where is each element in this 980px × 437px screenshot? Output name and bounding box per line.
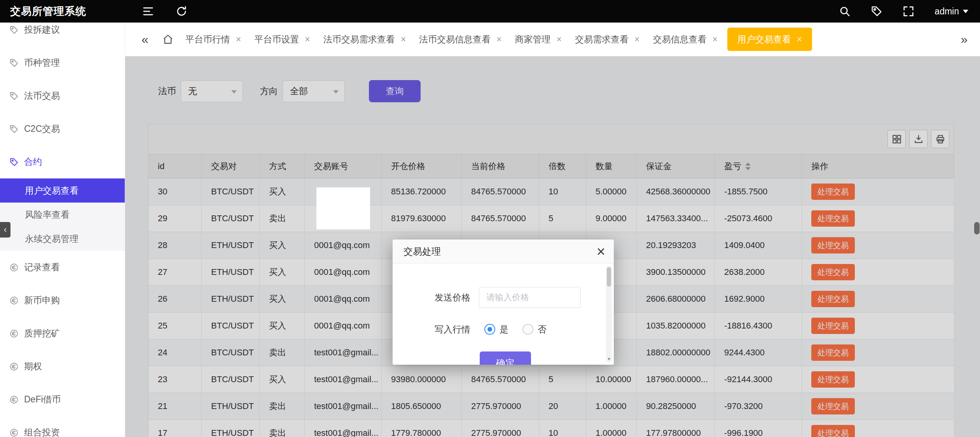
chevron-down-icon: [963, 10, 968, 16]
modal-title: 交易处理: [404, 245, 441, 258]
sidebar-collapse-handle[interactable]: ‹: [0, 222, 10, 238]
tag-icon: [9, 58, 19, 68]
tab-item[interactable]: 法币交易信息查看 ×: [412, 28, 508, 51]
sidebar-nav: 投拆建议 币种管理 法币交易 C2C交易 合约 用户交易查看风险率查看永续交易管…: [0, 23, 125, 437]
sidebar-subitem[interactable]: 永续交易管理: [0, 227, 125, 251]
tab-label: 交易需求查看: [575, 33, 629, 45]
sidebar-item[interactable]: 投拆建议: [0, 23, 125, 46]
content: 法币 无 方向 全部 查询 id交易对方式交易账号开仓价格当前价格倍数数量保证金…: [125, 56, 980, 437]
sidebar-item[interactable]: 新币申购: [0, 284, 125, 317]
sidebar-subitem[interactable]: 用户交易查看: [0, 178, 125, 203]
sidebar-item-label: 质押挖矿: [24, 327, 60, 339]
topbar-actions: admin: [839, 0, 980, 23]
tab-label: 用户交易查看: [737, 33, 791, 45]
sidebar-item-label: 合约: [24, 156, 42, 168]
sidebar-item[interactable]: 合约: [0, 145, 125, 178]
tab-item[interactable]: 法币交易需求查看 ×: [317, 28, 412, 51]
tag-icon: [9, 25, 19, 35]
sidebar-item-label: DeFi借币: [24, 393, 61, 406]
sidebar-item[interactable]: 组合投资: [0, 416, 125, 437]
tab-close-icon[interactable]: ×: [401, 35, 406, 44]
write-quote-label: 写入行情: [393, 323, 470, 336]
sidebar-item[interactable]: 记录查看: [0, 251, 125, 284]
tag-icon: [9, 91, 19, 101]
sidebar-item[interactable]: 期权: [0, 350, 125, 383]
menu-toggle-icon[interactable]: [142, 5, 154, 17]
confirm-button[interactable]: 确定: [480, 351, 531, 365]
tab-item[interactable]: 交易信息查看 ×: [646, 28, 724, 51]
tab-label: 平台币行情: [185, 33, 230, 45]
sidebar-item-label: 期权: [24, 360, 42, 372]
coin-icon: [9, 395, 19, 404]
sidebar-item-label: C2C交易: [24, 123, 60, 135]
sidebar-item[interactable]: 质押挖矿: [0, 317, 125, 350]
sidebar-item-label: 法币交易: [24, 90, 60, 102]
scroll-down-icon[interactable]: ▼: [606, 355, 612, 362]
tabs-list: 平台币行情 × 平台币设置 × 法币交易需求查看 × 法币交易信息查看 × 商家…: [179, 28, 961, 51]
tab-close-icon[interactable]: ×: [496, 35, 501, 44]
tab-item[interactable]: 交易需求查看 ×: [568, 28, 646, 51]
tag-icon: [9, 124, 19, 134]
tabs-scroll-left-icon[interactable]: «: [141, 33, 148, 45]
tag-icon: [9, 157, 19, 167]
tab-close-icon[interactable]: ×: [557, 35, 562, 44]
tab-label: 交易信息查看: [653, 33, 706, 45]
modal-scrollbar-thumb[interactable]: [607, 267, 611, 287]
modal-titlebar: 交易处理 ×: [393, 239, 614, 264]
topbar: 交易所管理系统 admin: [0, 0, 980, 23]
sidebar-subitem[interactable]: 风险率查看: [0, 203, 125, 227]
tab-label: 法币交易需求查看: [323, 33, 395, 45]
coin-icon: [9, 329, 19, 338]
tab-item[interactable]: 商家管理 ×: [508, 28, 568, 51]
coin-icon: [9, 362, 19, 371]
sidebar-item-label: 币种管理: [24, 57, 60, 69]
write-quote-row: 写入行情 是 否: [393, 318, 547, 340]
sidebar-item-label: 投拆建议: [24, 24, 60, 36]
tab-close-icon[interactable]: ×: [634, 35, 639, 44]
coin-icon: [9, 428, 19, 437]
user-name: admin: [935, 6, 959, 17]
fullscreen-icon[interactable]: [903, 5, 914, 17]
tab-close-icon[interactable]: ×: [712, 35, 717, 44]
user-menu[interactable]: admin: [935, 6, 968, 17]
app-title: 交易所管理系统: [10, 0, 86, 23]
sidebar: 投拆建议 币种管理 法币交易 C2C交易 合约 用户交易查看风险率查看永续交易管…: [0, 23, 125, 437]
sidebar-item-label: 组合投资: [24, 427, 60, 437]
page-scrollbar[interactable]: [974, 222, 980, 234]
modal-close-icon[interactable]: ×: [597, 244, 605, 259]
tab-label: 平台币设置: [254, 33, 299, 45]
tab-label: 法币交易信息查看: [419, 33, 491, 45]
tab-item[interactable]: 用户交易查看 ×: [727, 28, 812, 51]
sidebar-submenu: 用户交易查看风险率查看永续交易管理: [0, 178, 125, 251]
search-icon[interactable]: [839, 5, 851, 17]
tab-item[interactable]: 平台币行情 ×: [179, 28, 248, 51]
tab-label: 商家管理: [515, 33, 551, 45]
modal-scrollbar[interactable]: ▼: [606, 266, 612, 362]
sidebar-item[interactable]: 币种管理: [0, 46, 125, 79]
tab-close-icon[interactable]: ×: [797, 35, 802, 44]
sidebar-item-label: 记录查看: [24, 261, 60, 273]
redaction-box: [316, 187, 370, 229]
send-price-row: 发送价格: [393, 287, 581, 308]
sidebar-item[interactable]: 法币交易: [0, 79, 125, 112]
radio-no-label: 否: [538, 323, 547, 336]
trade-process-modal: 交易处理 × 发送价格 写入行情 是 否 确定 ▼: [393, 239, 614, 365]
price-input[interactable]: [479, 287, 581, 308]
tabs-scroll-right-icon[interactable]: »: [961, 33, 968, 45]
coin-icon: [9, 296, 19, 305]
radio-dot: [487, 327, 492, 332]
tab-close-icon[interactable]: ×: [236, 35, 241, 44]
sidebar-item-label: 新币申购: [24, 294, 60, 306]
radio-yes[interactable]: [484, 324, 495, 335]
sidebar-item[interactable]: DeFi借币: [0, 383, 125, 416]
tab-item[interactable]: 平台币设置 ×: [248, 28, 316, 51]
coin-icon: [9, 263, 19, 272]
radio-no[interactable]: [522, 324, 533, 335]
refresh-icon[interactable]: [176, 5, 187, 17]
sidebar-item[interactable]: C2C交易: [0, 112, 125, 145]
radio-yes-label: 是: [500, 323, 508, 336]
tab-close-icon[interactable]: ×: [305, 35, 310, 44]
tabbar: « 平台币行情 × 平台币设置 × 法币交易需求查看 × 法币交易信息查看 × …: [125, 23, 980, 56]
home-tab-icon[interactable]: [162, 34, 173, 45]
tag-icon[interactable]: [871, 5, 882, 17]
